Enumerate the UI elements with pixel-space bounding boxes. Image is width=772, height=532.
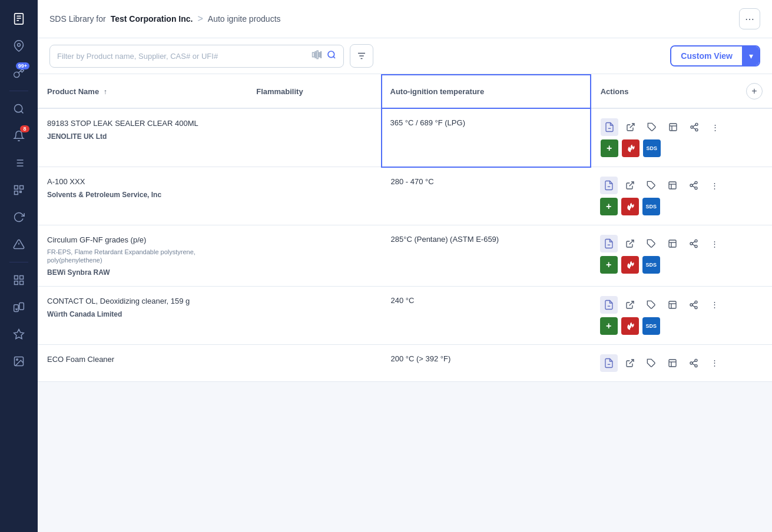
autoignition-value: 240 °C	[391, 296, 415, 305]
custom-view-dropdown-arrow[interactable]: ▾	[742, 46, 759, 65]
log-button[interactable]	[664, 177, 681, 194]
add-first-aid-button[interactable]: +	[600, 256, 618, 274]
action-row-bottom: + SDS	[601, 139, 763, 157]
svg-rect-24	[19, 303, 24, 310]
svg-line-94	[692, 361, 695, 363]
svg-line-72	[692, 241, 695, 243]
sort-arrow-icon[interactable]: ↑	[104, 88, 107, 96]
more-row-button[interactable]: ⋮	[706, 177, 724, 194]
column-actions-label: Actions	[601, 87, 629, 96]
search-globe-nav-icon[interactable]	[7, 97, 31, 121]
fire-button[interactable]	[621, 198, 639, 215]
spill-button[interactable]: SDS	[642, 198, 660, 215]
actions-cell: ⋮	[591, 344, 772, 381]
tag-button[interactable]	[642, 296, 660, 314]
action-icons: ⋮ + SDS	[601, 118, 763, 157]
tag-button[interactable]	[642, 354, 660, 372]
notification-badge: 8	[20, 125, 29, 132]
autoignition-value: 200 °C (> 392 °F)	[391, 354, 451, 363]
share-button[interactable]	[685, 118, 703, 136]
transfer-nav-icon[interactable]	[7, 295, 31, 319]
more-row-button[interactable]: ⋮	[706, 235, 724, 252]
pdf-button[interactable]	[600, 235, 618, 252]
search-box	[49, 45, 344, 68]
breadcrumb: SDS Library for Test Corporation Inc. > …	[49, 14, 281, 24]
svg-rect-32	[317, 51, 318, 59]
svg-rect-87	[669, 360, 676, 367]
more-row-button[interactable]: ⋮	[706, 296, 724, 314]
add-first-aid-button[interactable]: +	[600, 198, 618, 215]
action-row-top: ⋮	[600, 235, 763, 252]
scan-icon[interactable]	[312, 49, 322, 63]
location-nav-icon[interactable]	[7, 34, 31, 58]
pdf-button[interactable]	[600, 354, 618, 372]
sparkle-nav-icon[interactable]	[7, 322, 31, 346]
add-first-aid-button[interactable]: +	[601, 139, 618, 157]
fire-button[interactable]	[621, 317, 639, 335]
more-row-button[interactable]: ⋮	[707, 118, 724, 136]
svg-line-82	[692, 305, 695, 307]
pdf-button[interactable]	[601, 118, 618, 136]
column-header-product[interactable]: Product Name ↑	[38, 75, 247, 108]
tag-button[interactable]	[642, 235, 660, 252]
custom-view-button[interactable]: Custom View ▾	[670, 45, 760, 66]
image-nav-icon[interactable]	[7, 350, 31, 373]
open-button[interactable]	[622, 118, 640, 136]
more-row-button[interactable]: ⋮	[706, 354, 724, 372]
custom-view-label[interactable]: Custom View	[671, 46, 742, 65]
column-header-autoignition[interactable]: Auto-ignition temperature	[382, 75, 591, 108]
share-button[interactable]	[685, 235, 703, 252]
header-actions: ⋯	[739, 8, 760, 29]
search-icon[interactable]	[327, 50, 336, 62]
sds-nav-icon[interactable]	[7, 7, 31, 31]
fire-button[interactable]	[621, 256, 639, 274]
add-first-aid-button[interactable]: +	[600, 317, 618, 335]
svg-point-80	[690, 304, 693, 306]
key-nav-icon[interactable]: 99+	[7, 61, 31, 85]
product-name: A-100 XXX	[47, 177, 237, 187]
qr-nav-icon[interactable]	[7, 178, 31, 202]
autoignition-cell: 285°C (Pentane) (ASTM E-659)	[382, 225, 591, 287]
open-button[interactable]	[621, 296, 639, 314]
log-button[interactable]	[664, 296, 681, 314]
refresh-nav-icon[interactable]	[7, 205, 31, 229]
more-options-button[interactable]: ⋯	[739, 8, 760, 29]
supplier-name: Würth Canada Limited	[47, 310, 237, 318]
sidebar-divider-2	[9, 262, 28, 262]
open-button[interactable]	[621, 235, 639, 252]
key-badge: 99+	[16, 62, 29, 69]
share-button[interactable]	[685, 354, 703, 372]
spill-button[interactable]: SDS	[642, 317, 660, 335]
notification-nav-icon[interactable]: 8	[7, 124, 31, 148]
log-button[interactable]	[664, 235, 681, 252]
actions-cell: ⋮ + SDS	[591, 286, 772, 344]
flammability-cell	[247, 286, 381, 344]
log-button[interactable]	[664, 118, 682, 136]
action-icons: ⋮ + SDS	[600, 296, 763, 335]
column-header-flammability[interactable]: Flammability	[247, 75, 381, 108]
autoignition-cell: 365 °C / 689 °F (LPG)	[382, 108, 591, 167]
open-button[interactable]	[621, 177, 639, 194]
open-button[interactable]	[621, 354, 639, 372]
svg-point-69	[690, 242, 693, 245]
flammability-cell	[247, 225, 381, 287]
spill-button[interactable]: SDS	[643, 139, 661, 157]
pdf-button[interactable]	[600, 296, 618, 314]
log-button[interactable]	[664, 354, 681, 372]
fire-button[interactable]	[622, 139, 640, 157]
list-nav-icon[interactable]	[7, 151, 31, 175]
tag-button[interactable]	[642, 177, 660, 194]
svg-rect-30	[313, 52, 314, 57]
filter-button[interactable]	[350, 44, 373, 68]
search-input[interactable]	[57, 52, 307, 61]
alert-nav-icon[interactable]	[7, 232, 31, 256]
grid-nav-icon[interactable]	[7, 268, 31, 292]
supplier-name: Solvents & Petroleum Service, Inc	[47, 191, 237, 199]
add-column-button[interactable]: +	[746, 83, 763, 99]
pdf-button[interactable]	[600, 177, 618, 194]
svg-point-47	[691, 126, 693, 128]
share-button[interactable]	[685, 177, 703, 194]
spill-button[interactable]: SDS	[642, 256, 660, 274]
tag-button[interactable]	[643, 118, 661, 136]
share-button[interactable]	[685, 296, 703, 314]
